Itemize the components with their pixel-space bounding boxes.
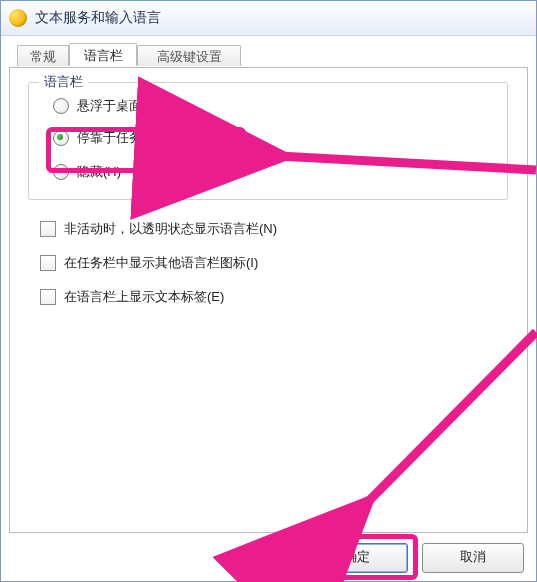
client-area: 常规 语言栏 高级键设置 语言栏 悬浮于桌面上(F) 停靠于任务栏(D) [9,41,528,581]
titlebar[interactable]: 文本服务和输入语言 [1,1,536,36]
tab-panel: 语言栏 悬浮于桌面上(F) 停靠于任务栏(D) 隐藏(H) [9,67,528,533]
radio-label: 悬浮于桌面上(F) [77,97,172,115]
dialog-window: 文本服务和输入语言 常规 语言栏 高级键设置 语言栏 悬浮于桌面上(F) [0,0,537,582]
tabstrip: 常规 语言栏 高级键设置 [9,41,528,67]
radio-dock-taskbar[interactable]: 停靠于任务栏(D) [53,129,173,147]
screenshot-root: 文本服务和输入语言 常规 语言栏 高级键设置 语言栏 悬浮于桌面上(F) [0,0,537,582]
groupbox-language-bar: 语言栏 悬浮于桌面上(F) 停靠于任务栏(D) 隐藏(H) [28,82,508,200]
button-bar: 确定 取消 [306,543,528,573]
app-icon [9,9,27,27]
window-title: 文本服务和输入语言 [35,9,161,27]
checkbox-label: 非活动时，以透明状态显示语言栏(N) [64,220,277,238]
radio-label: 停靠于任务栏(D) [77,129,173,147]
cancel-button[interactable]: 取消 [422,543,524,573]
radio-icon [53,130,69,146]
checkbox-icon [40,255,56,271]
radio-icon [53,164,69,180]
radio-float-desktop[interactable]: 悬浮于桌面上(F) [53,97,172,115]
radio-hide[interactable]: 隐藏(H) [53,163,121,181]
radio-icon [53,98,69,114]
checkbox-text-labels[interactable]: 在语言栏上显示文本标签(E) [40,288,224,306]
checkbox-label: 在语言栏上显示文本标签(E) [64,288,224,306]
checkbox-label: 在任务栏中显示其他语言栏图标(I) [64,254,258,272]
checkbox-icon [40,221,56,237]
tab-language-bar[interactable]: 语言栏 [69,43,137,66]
groupbox-legend: 语言栏 [39,73,88,91]
tab-general[interactable]: 常规 [17,45,69,66]
checkbox-inactive-transparent[interactable]: 非活动时，以透明状态显示语言栏(N) [40,220,277,238]
tab-advanced-keys[interactable]: 高级键设置 [137,45,241,66]
radio-label: 隐藏(H) [77,163,121,181]
ok-button[interactable]: 确定 [306,543,408,573]
checkbox-icon [40,289,56,305]
checkbox-other-icons[interactable]: 在任务栏中显示其他语言栏图标(I) [40,254,258,272]
